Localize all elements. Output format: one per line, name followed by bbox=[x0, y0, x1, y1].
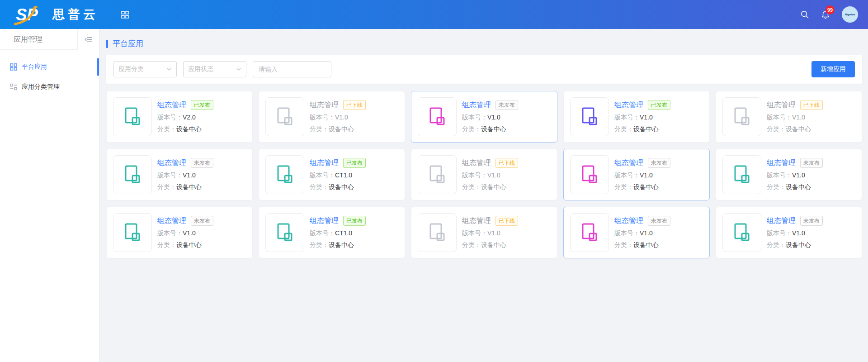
category-value: 设备中心 bbox=[329, 125, 354, 133]
app-card-info: 组态管理 已发布 版本号：V1.0 分类：设备中心 bbox=[614, 100, 670, 133]
version-line: 版本号：V1.0 bbox=[614, 114, 670, 122]
app-card[interactable]: 组态管理 已发布 版本号：V2.0 分类：设备中心 bbox=[106, 91, 253, 143]
app-card[interactable]: 组态管理 未发布 版本号：V1.0 分类：设备中心 bbox=[716, 207, 862, 258]
version-value: CT1.0 bbox=[335, 229, 352, 237]
app-icon-box bbox=[265, 155, 304, 194]
app-title-link[interactable]: 组态管理 bbox=[462, 100, 491, 110]
app-title-link[interactable]: 组态管理 bbox=[767, 216, 796, 226]
sidebar-item-label: 平台应用 bbox=[22, 63, 47, 71]
version-value: V1.0 bbox=[183, 229, 196, 237]
app-title-link[interactable]: 组态管理 bbox=[157, 216, 186, 226]
title-accent-bar bbox=[106, 40, 108, 48]
app-title-link[interactable]: 组态管理 bbox=[310, 158, 339, 168]
status-badge: 未发布 bbox=[648, 158, 670, 168]
app-icon-box bbox=[418, 155, 457, 194]
sidebar-item-app-category-management[interactable]: 应用分类管理 bbox=[0, 77, 99, 97]
sidebar-collapse-button[interactable] bbox=[77, 29, 99, 50]
app-icon-box bbox=[113, 155, 152, 194]
app-title-link[interactable]: 组态管理 bbox=[462, 216, 491, 226]
category-value: 设备中心 bbox=[786, 125, 811, 133]
category-label: 分类： bbox=[310, 241, 329, 248]
version-label: 版本号： bbox=[310, 171, 335, 179]
version-line: 版本号：V1.0 bbox=[614, 171, 670, 180]
app-icon-box bbox=[570, 213, 609, 252]
app-card[interactable]: 组态管理 已下线 版本号：V1.0 分类：设备中心 bbox=[259, 91, 405, 143]
chevron-down-icon bbox=[166, 67, 172, 72]
overlapping-squares-icon bbox=[426, 222, 448, 243]
overlapping-squares-icon bbox=[122, 222, 143, 243]
app-title-link[interactable]: 组态管理 bbox=[767, 100, 796, 110]
page-title-text: 平台应用 bbox=[113, 38, 143, 49]
category-label: 分类： bbox=[614, 241, 633, 248]
app-card-info: 组态管理 已下线 版本号：V1.0 分类：设备中心 bbox=[462, 216, 518, 249]
app-title-link[interactable]: 组态管理 bbox=[157, 158, 186, 168]
sidebar-item-platform-apps[interactable]: 平台应用 bbox=[0, 57, 99, 77]
app-status-select-placeholder: 应用状态 bbox=[188, 65, 213, 73]
version-value: V1.0 bbox=[183, 171, 196, 179]
user-avatar[interactable]: Hignton bbox=[842, 6, 858, 23]
overlapping-squares-icon bbox=[579, 106, 600, 128]
category-value: 设备中心 bbox=[633, 125, 659, 133]
app-card[interactable]: 组态管理 未发布 版本号：V1.0 分类：设备中心 bbox=[716, 149, 862, 200]
app-icon-box bbox=[570, 97, 609, 136]
overlapping-squares-icon bbox=[426, 106, 448, 128]
app-title-link[interactable]: 组态管理 bbox=[157, 100, 186, 110]
apps-grid-icon[interactable] bbox=[121, 11, 129, 19]
version-value: V1.0 bbox=[640, 171, 653, 179]
app-title-link[interactable]: 组态管理 bbox=[310, 100, 339, 110]
category-line: 分类：设备中心 bbox=[614, 183, 670, 191]
sidebar-title: 应用管理 bbox=[0, 29, 77, 50]
app-card[interactable]: 组态管理 已下线 版本号：V1.0 分类：设备中心 bbox=[411, 207, 557, 258]
app-card[interactable]: 组态管理 已下线 版本号：V1.0 分类：设备中心 bbox=[411, 149, 557, 200]
category-line: 分类：设备中心 bbox=[157, 241, 213, 249]
category-line: 分类：设备中心 bbox=[157, 183, 213, 191]
app-title-link[interactable]: 组态管理 bbox=[310, 216, 339, 226]
app-card[interactable]: 组态管理 已发布 版本号：CT1.0 分类：设备中心 bbox=[259, 149, 405, 200]
version-label: 版本号： bbox=[614, 229, 640, 237]
brand-logo[interactable]: SP 思普云 bbox=[13, 4, 99, 25]
add-app-button[interactable]: 新增应用 bbox=[811, 61, 855, 77]
appstore-icon bbox=[10, 63, 17, 71]
app-card[interactable]: 组态管理 未发布 版本号：V1.0 分类：设备中心 bbox=[563, 149, 710, 200]
category-label: 分类： bbox=[157, 183, 176, 191]
app-title-link[interactable]: 组态管理 bbox=[462, 158, 491, 168]
version-line: 版本号：CT1.0 bbox=[310, 229, 366, 238]
app-card-info: 组态管理 未发布 版本号：V1.0 分类：设备中心 bbox=[767, 158, 823, 191]
version-line: 版本号：V2.0 bbox=[157, 114, 213, 122]
app-card[interactable]: 组态管理 已发布 版本号：CT1.0 分类：设备中心 bbox=[259, 207, 405, 258]
app-category-select[interactable]: 应用分类 bbox=[113, 61, 177, 77]
app-status-select[interactable]: 应用状态 bbox=[183, 61, 246, 77]
app-title-link[interactable]: 组态管理 bbox=[614, 158, 643, 168]
app-card[interactable]: 组态管理 未发布 版本号：V1.0 分类：设备中心 bbox=[106, 149, 253, 200]
app-card-info: 组态管理 未发布 版本号：V1.0 分类：设备中心 bbox=[157, 216, 213, 249]
search-input[interactable] bbox=[253, 61, 331, 77]
version-value: V1.0 bbox=[640, 229, 653, 237]
app-card[interactable]: 组态管理 未发布 版本号：V1.0 分类：设备中心 bbox=[411, 91, 557, 143]
notifications[interactable]: 99 bbox=[821, 10, 830, 19]
app-title-link[interactable]: 组态管理 bbox=[767, 158, 796, 168]
category-label: 分类： bbox=[462, 125, 481, 133]
category-value: 设备中心 bbox=[176, 183, 202, 191]
category-value: 设备中心 bbox=[786, 183, 811, 191]
category-label: 分类： bbox=[767, 125, 786, 133]
app-card[interactable]: 组态管理 未发布 版本号：V1.0 分类：设备中心 bbox=[563, 207, 710, 258]
app-card[interactable]: 组态管理 未发布 版本号：V1.0 分类：设备中心 bbox=[106, 207, 253, 258]
status-badge: 已下线 bbox=[495, 216, 518, 226]
app-card-info: 组态管理 已发布 版本号：CT1.0 分类：设备中心 bbox=[310, 216, 366, 249]
app-icon-box bbox=[570, 155, 609, 194]
search-icon[interactable] bbox=[800, 10, 809, 19]
card-grid: 组态管理 已发布 版本号：V2.0 分类：设备中心 组态管理 已下线 版本 bbox=[106, 91, 862, 258]
version-value: V1.0 bbox=[792, 229, 805, 237]
category-line: 分类：设备中心 bbox=[614, 125, 670, 133]
app-card[interactable]: 组态管理 已发布 版本号：V1.0 分类：设备中心 bbox=[563, 91, 710, 143]
version-label: 版本号： bbox=[767, 229, 792, 237]
app-card[interactable]: 组态管理 已下线 版本号：V1.0 分类：设备中心 bbox=[716, 91, 862, 143]
category-label: 分类： bbox=[157, 241, 176, 248]
category-line: 分类：设备中心 bbox=[310, 125, 366, 133]
app-title-link[interactable]: 组态管理 bbox=[614, 216, 643, 226]
app-title-link[interactable]: 组态管理 bbox=[614, 100, 643, 110]
version-label: 版本号： bbox=[462, 229, 487, 237]
chevron-down-icon bbox=[236, 67, 241, 72]
overlapping-squares-icon bbox=[122, 164, 143, 186]
app-card-info: 组态管理 已下线 版本号：V1.0 分类：设备中心 bbox=[767, 100, 823, 133]
